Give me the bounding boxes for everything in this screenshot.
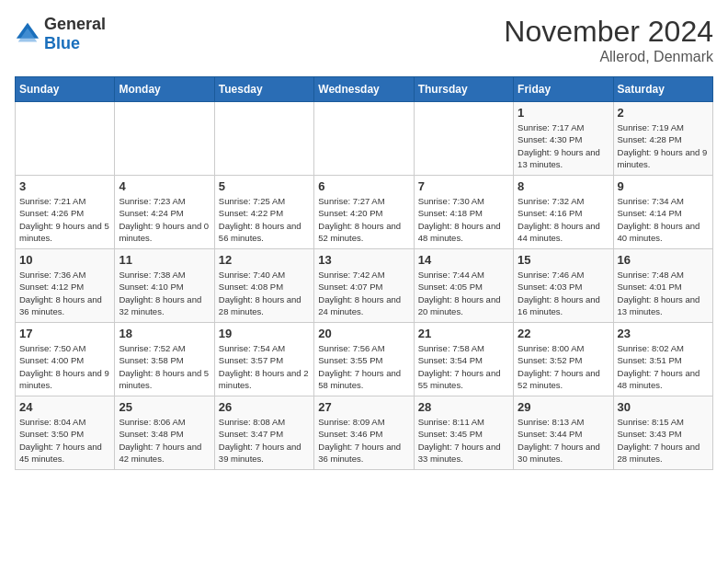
day-number: 3: [19, 179, 110, 193]
day-number: 23: [618, 327, 709, 340]
calendar-week-row: 24Sunrise: 8:04 AMSunset: 3:50 PMDayligh…: [16, 396, 713, 470]
calendar-body: 1Sunrise: 7:17 AMSunset: 4:30 PMDaylight…: [16, 102, 713, 470]
calendar-cell: 24Sunrise: 8:04 AMSunset: 3:50 PMDayligh…: [16, 396, 115, 470]
calendar-week-row: 10Sunrise: 7:36 AMSunset: 4:12 PMDayligh…: [16, 249, 713, 323]
day-info: Sunrise: 7:32 AMSunset: 4:16 PMDaylight:…: [518, 195, 609, 244]
day-number: 15: [518, 253, 609, 267]
day-number: 6: [318, 179, 409, 193]
calendar-cell: 14Sunrise: 7:44 AMSunset: 4:05 PMDayligh…: [414, 249, 513, 323]
day-number: 10: [19, 253, 110, 267]
calendar-cell: 4Sunrise: 7:23 AMSunset: 4:24 PMDaylight…: [115, 176, 214, 249]
logo-text-blue: Blue: [44, 34, 80, 52]
calendar-cell: 1Sunrise: 7:17 AMSunset: 4:30 PMDaylight…: [514, 102, 613, 176]
day-number: 30: [618, 400, 709, 414]
day-info: Sunrise: 7:38 AMSunset: 4:10 PMDaylight:…: [119, 269, 210, 317]
day-number: 26: [219, 400, 310, 414]
calendar-cell: 26Sunrise: 8:08 AMSunset: 3:47 PMDayligh…: [214, 396, 313, 470]
day-number: 1: [518, 106, 609, 120]
calendar-cell: [414, 102, 513, 176]
calendar-cell: 23Sunrise: 8:02 AMSunset: 3:51 PMDayligh…: [613, 323, 712, 396]
day-number: 22: [518, 327, 609, 340]
calendar-cell: 19Sunrise: 7:54 AMSunset: 3:57 PMDayligh…: [214, 323, 313, 396]
logo-text-general: General: [44, 15, 106, 33]
day-number: 11: [119, 253, 210, 267]
day-info: Sunrise: 7:21 AMSunset: 4:26 PMDaylight:…: [19, 195, 110, 244]
title-block: November 2024 Allerod, Denmark: [504, 15, 713, 65]
calendar-cell: 12Sunrise: 7:40 AMSunset: 4:08 PMDayligh…: [214, 249, 313, 323]
calendar-cell: 29Sunrise: 8:13 AMSunset: 3:44 PMDayligh…: [514, 396, 613, 470]
page-title: November 2024: [504, 15, 713, 49]
calendar-cell: 5Sunrise: 7:25 AMSunset: 4:22 PMDaylight…: [214, 176, 313, 249]
calendar-cell: 7Sunrise: 7:30 AMSunset: 4:18 PMDaylight…: [414, 176, 513, 249]
calendar-cell: 22Sunrise: 8:00 AMSunset: 3:52 PMDayligh…: [514, 323, 613, 396]
calendar-cell: 18Sunrise: 7:52 AMSunset: 3:58 PMDayligh…: [115, 323, 214, 396]
day-number: 25: [119, 400, 210, 414]
day-number: 17: [19, 327, 110, 340]
day-number: 4: [119, 179, 210, 193]
weekday-header: Thursday: [414, 77, 513, 102]
day-number: 13: [318, 253, 409, 267]
day-info: Sunrise: 8:02 AMSunset: 3:51 PMDaylight:…: [618, 342, 709, 391]
calendar-week-row: 3Sunrise: 7:21 AMSunset: 4:26 PMDaylight…: [16, 176, 713, 249]
day-info: Sunrise: 8:04 AMSunset: 3:50 PMDaylight:…: [19, 416, 110, 465]
weekday-header: Monday: [115, 77, 214, 102]
calendar-cell: 11Sunrise: 7:38 AMSunset: 4:10 PMDayligh…: [115, 249, 214, 323]
logo: General Blue: [15, 15, 106, 53]
weekday-header: Wednesday: [314, 77, 414, 102]
day-info: Sunrise: 8:11 AMSunset: 3:45 PMDaylight:…: [418, 416, 509, 465]
calendar-cell: 27Sunrise: 8:09 AMSunset: 3:46 PMDayligh…: [314, 396, 414, 470]
day-info: Sunrise: 7:34 AMSunset: 4:14 PMDaylight:…: [618, 195, 709, 244]
day-info: Sunrise: 7:58 AMSunset: 3:54 PMDaylight:…: [418, 342, 509, 391]
day-info: Sunrise: 8:13 AMSunset: 3:44 PMDaylight:…: [518, 416, 609, 465]
page-subtitle: Allerod, Denmark: [504, 49, 713, 65]
day-number: 29: [518, 400, 609, 414]
day-number: 20: [318, 327, 409, 340]
day-info: Sunrise: 8:09 AMSunset: 3:46 PMDaylight:…: [318, 416, 409, 465]
calendar-cell: 30Sunrise: 8:15 AMSunset: 3:43 PMDayligh…: [613, 396, 712, 470]
day-number: 27: [318, 400, 409, 414]
day-number: 9: [618, 179, 709, 193]
day-info: Sunrise: 7:52 AMSunset: 3:58 PMDaylight:…: [119, 342, 210, 391]
calendar-cell: 28Sunrise: 8:11 AMSunset: 3:45 PMDayligh…: [414, 396, 513, 470]
day-info: Sunrise: 7:40 AMSunset: 4:08 PMDaylight:…: [219, 269, 310, 317]
calendar-cell: [115, 102, 214, 176]
calendar-cell: 20Sunrise: 7:56 AMSunset: 3:55 PMDayligh…: [314, 323, 414, 396]
day-info: Sunrise: 7:42 AMSunset: 4:07 PMDaylight:…: [318, 269, 409, 317]
day-number: 8: [518, 179, 609, 193]
day-info: Sunrise: 7:36 AMSunset: 4:12 PMDaylight:…: [19, 269, 110, 317]
logo-icon: [15, 21, 40, 47]
day-number: 7: [418, 179, 509, 193]
weekday-header: Tuesday: [214, 77, 313, 102]
weekday-header: Sunday: [16, 77, 115, 102]
day-number: 21: [418, 327, 509, 340]
weekday-header: Saturday: [613, 77, 712, 102]
calendar-cell: 21Sunrise: 7:58 AMSunset: 3:54 PMDayligh…: [414, 323, 513, 396]
day-info: Sunrise: 7:19 AMSunset: 4:28 PMDaylight:…: [618, 121, 709, 170]
calendar-cell: 16Sunrise: 7:48 AMSunset: 4:01 PMDayligh…: [613, 249, 712, 323]
day-info: Sunrise: 8:08 AMSunset: 3:47 PMDaylight:…: [219, 416, 310, 465]
day-number: 28: [418, 400, 509, 414]
day-number: 16: [618, 253, 709, 267]
day-info: Sunrise: 7:50 AMSunset: 4:00 PMDaylight:…: [19, 342, 110, 391]
day-info: Sunrise: 7:48 AMSunset: 4:01 PMDaylight:…: [618, 269, 709, 317]
day-info: Sunrise: 7:46 AMSunset: 4:03 PMDaylight:…: [518, 269, 609, 317]
weekday-header: Friday: [514, 77, 613, 102]
day-info: Sunrise: 8:06 AMSunset: 3:48 PMDaylight:…: [119, 416, 210, 465]
day-info: Sunrise: 7:17 AMSunset: 4:30 PMDaylight:…: [518, 121, 609, 170]
day-number: 14: [418, 253, 509, 267]
calendar-cell: 10Sunrise: 7:36 AMSunset: 4:12 PMDayligh…: [16, 249, 115, 323]
day-info: Sunrise: 7:44 AMSunset: 4:05 PMDaylight:…: [418, 269, 509, 317]
calendar-cell: 3Sunrise: 7:21 AMSunset: 4:26 PMDaylight…: [16, 176, 115, 249]
day-info: Sunrise: 7:54 AMSunset: 3:57 PMDaylight:…: [219, 342, 310, 391]
calendar-header-row: SundayMondayTuesdayWednesdayThursdayFrid…: [16, 77, 713, 102]
day-info: Sunrise: 8:00 AMSunset: 3:52 PMDaylight:…: [518, 342, 609, 391]
calendar-week-row: 1Sunrise: 7:17 AMSunset: 4:30 PMDaylight…: [16, 102, 713, 176]
day-number: 19: [219, 327, 310, 340]
calendar-cell: 2Sunrise: 7:19 AMSunset: 4:28 PMDaylight…: [613, 102, 712, 176]
calendar-cell: [16, 102, 115, 176]
day-info: Sunrise: 8:15 AMSunset: 3:43 PMDaylight:…: [618, 416, 709, 465]
calendar-cell: 15Sunrise: 7:46 AMSunset: 4:03 PMDayligh…: [514, 249, 613, 323]
calendar-cell: 13Sunrise: 7:42 AMSunset: 4:07 PMDayligh…: [314, 249, 414, 323]
calendar-cell: 25Sunrise: 8:06 AMSunset: 3:48 PMDayligh…: [115, 396, 214, 470]
page-header: General Blue November 2024 Allerod, Denm…: [15, 15, 713, 65]
